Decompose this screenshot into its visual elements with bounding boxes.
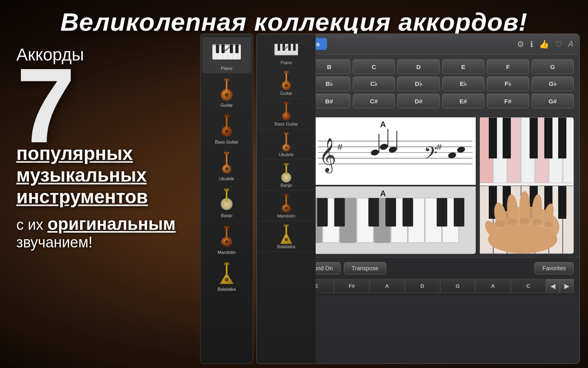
ri-piano[interactable]: Piano: [258, 37, 314, 68]
banjo-icon: [212, 187, 241, 212]
settings-icon[interactable]: ⚙: [517, 39, 524, 49]
chord-nav-G[interactable]: G: [440, 279, 476, 293]
note-E[interactable]: E: [442, 59, 484, 74]
piano-top-svg: [480, 117, 574, 185]
chord-nav-C[interactable]: C: [511, 279, 546, 293]
svg-rect-39: [293, 44, 296, 51]
note-F[interactable]: F: [487, 59, 529, 74]
note-G[interactable]: G: [532, 59, 574, 74]
mandolin-label-text: Mandolin: [218, 250, 236, 255]
banjo-label-text: Banjo: [221, 213, 232, 218]
ri-mandolin[interactable]: Mandolin: [258, 191, 314, 221]
font-icon[interactable]: A: [568, 39, 574, 49]
note-Es[interactable]: E#: [442, 94, 484, 108]
nav-prev-button[interactable]: ◀: [546, 279, 560, 293]
svg-rect-42: [285, 72, 287, 83]
svg-rect-57: [285, 195, 287, 206]
svg-point-139: [488, 225, 557, 254]
svg-rect-53: [285, 164, 287, 175]
ri-bass-icon: [274, 101, 298, 121]
ri-bass[interactable]: Bass Guitar: [258, 99, 314, 129]
ri-banjo-label: Banjo: [281, 183, 292, 188]
svg-text:𝄢: 𝄢: [424, 143, 437, 166]
popular-text: популярныхмузыкальныхинструментов: [16, 143, 188, 208]
svg-text:𝄞: 𝄞: [319, 138, 336, 173]
chord-nav-Fs[interactable]: F#: [334, 279, 370, 293]
chord-sections: A 𝄞 #: [290, 117, 476, 254]
svg-rect-36: [278, 44, 280, 51]
svg-point-135: [507, 219, 518, 225]
note-Db[interactable]: D♭: [397, 76, 439, 91]
note-Fb[interactable]: F♭: [487, 76, 529, 91]
svg-rect-21: [226, 153, 227, 166]
svg-rect-62: [284, 224, 289, 227]
instr-piano[interactable]: Piano: [202, 37, 251, 73]
ri-guitar-icon: [274, 70, 298, 91]
svg-rect-113: [558, 118, 566, 159]
note-Ds[interactable]: D#: [397, 94, 439, 108]
note-Gs[interactable]: G#: [532, 94, 574, 108]
note-C[interactable]: C: [353, 59, 395, 74]
svg-point-71: [379, 143, 389, 150]
note-Gb[interactable]: G♭: [532, 76, 574, 91]
ri-piano-label: Piano: [281, 60, 292, 65]
svg-rect-18: [224, 114, 229, 117]
instr-mandolin[interactable]: Mandolin: [202, 221, 251, 257]
instr-ukulele[interactable]: Ukulele: [202, 148, 251, 184]
piano-keyboard-section: A: [290, 186, 476, 254]
svg-rect-5: [235, 45, 238, 53]
svg-point-28: [225, 240, 228, 243]
instr-bass[interactable]: Bass Guitar: [202, 111, 251, 147]
piano-top-image: [480, 117, 574, 186]
instr-guitar[interactable]: Guitar: [202, 74, 251, 110]
svg-rect-50: [284, 132, 289, 135]
ri-piano-icon: [274, 40, 298, 60]
svg-rect-46: [284, 102, 289, 104]
svg-rect-30: [224, 226, 229, 229]
origin-text: с их оригинальным звучанием!: [16, 214, 188, 251]
like-icon[interactable]: 👍: [539, 39, 549, 49]
svg-rect-98: [454, 198, 464, 227]
svg-rect-13: [226, 79, 227, 92]
transpose-button[interactable]: Transpose: [344, 262, 386, 274]
instr-balalaika[interactable]: Balalaika: [202, 258, 251, 294]
svg-rect-38: [288, 44, 291, 51]
piano-hand-section: [480, 117, 574, 254]
ri-balalaika[interactable]: Balalaika: [258, 221, 314, 252]
svg-rect-22: [224, 152, 229, 154]
svg-rect-2: [216, 45, 219, 53]
svg-rect-54: [284, 163, 289, 165]
instr-banjo[interactable]: Banjo: [202, 184, 251, 220]
ri-banjo[interactable]: Banjo: [258, 160, 314, 191]
favorites-button[interactable]: Favorites: [535, 262, 574, 274]
ri-guitar[interactable]: Guitar: [258, 68, 314, 99]
svg-rect-126: [558, 186, 566, 219]
svg-rect-95: [385, 198, 396, 227]
note-Cs[interactable]: C#: [353, 94, 395, 108]
svg-point-137: [532, 219, 542, 225]
nav-next-button[interactable]: ▶: [560, 279, 574, 293]
ri-ukulele[interactable]: Ukulele: [258, 129, 314, 160]
chord-nav-D[interactable]: D: [405, 279, 440, 293]
mandolin-icon: [212, 224, 241, 249]
svg-point-70: [370, 148, 380, 156]
note-D[interactable]: D: [397, 59, 439, 74]
svg-point-60: [285, 238, 288, 241]
svg-rect-96: [403, 198, 413, 227]
info-icon[interactable]: ℹ: [530, 39, 533, 49]
note-Eb[interactable]: E♭: [442, 76, 484, 91]
note-Fs[interactable]: F#: [487, 94, 529, 108]
svg-point-16: [225, 130, 228, 133]
svg-text:#: #: [437, 142, 442, 152]
heart-icon[interactable]: ♡: [555, 39, 562, 49]
svg-point-32: [225, 278, 229, 282]
ukulele-label-text: Ukulele: [219, 176, 234, 181]
chord-nav-A[interactable]: A: [370, 279, 405, 293]
ukulele-icon: [212, 150, 241, 175]
bass-guitar-label-text: Bass Guitar: [215, 139, 238, 144]
svg-rect-17: [226, 115, 227, 129]
guitar-icon: [212, 76, 241, 102]
note-Cb[interactable]: C♭: [353, 76, 395, 91]
chord-nav-A2[interactable]: A: [475, 279, 511, 293]
svg-rect-29: [226, 227, 227, 239]
